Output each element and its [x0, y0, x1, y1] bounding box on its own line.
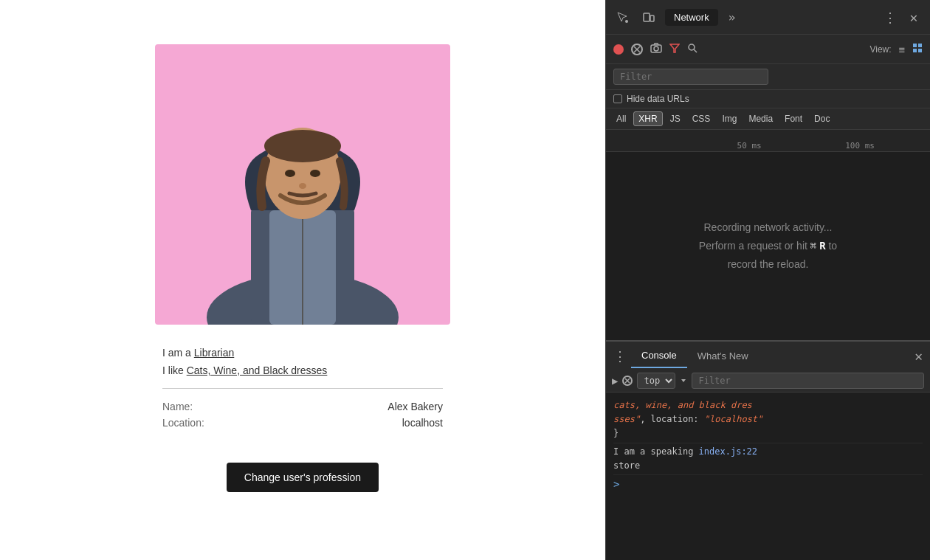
location-value: localhost [402, 417, 443, 429]
filter-input[interactable] [613, 69, 768, 85]
log-store: store [613, 460, 640, 471]
tab-xhr[interactable]: XHR [633, 111, 662, 126]
tab-css[interactable]: CSS [688, 112, 715, 125]
reload-key: R [819, 240, 825, 252]
context-select[interactable]: top [637, 373, 675, 389]
svg-rect-19 [918, 44, 922, 47]
profile-info: I am a Librarian I like Cats, Wine, and … [155, 347, 450, 433]
svg-point-16 [689, 44, 695, 50]
list-view-icon[interactable]: ≡ [899, 44, 905, 55]
context-dropdown-icon [680, 377, 687, 384]
hide-data-urls-label: Hide data URLs [627, 94, 689, 104]
console-filter-input[interactable] [692, 373, 924, 389]
profile-image-container [155, 44, 450, 325]
view-label: View: [869, 44, 891, 55]
devtools-toolbar: Network » ⋮ ✕ [606, 0, 930, 35]
tab-font[interactable]: Font [780, 112, 807, 125]
svg-rect-18 [913, 44, 917, 47]
search-icon[interactable] [687, 43, 698, 56]
devtools-menu-button[interactable]: ⋮ [884, 10, 898, 25]
cmd-symbol: ⌘ [810, 240, 816, 252]
timeline-header: 50 ms 100 ms [606, 130, 930, 152]
divider [162, 388, 443, 389]
svg-rect-20 [913, 49, 917, 52]
console-log-1: cats, wine, and black dres sses", locati… [613, 397, 923, 443]
likes-prefix: I like [162, 364, 187, 376]
run-button[interactable]: ▶ [612, 375, 618, 387]
tab-img[interactable]: Img [717, 112, 741, 125]
svg-point-9 [625, 20, 628, 23]
timeline-mark-100: 100 ms [845, 141, 875, 151]
hide-data-urls-checkbox[interactable] [613, 94, 622, 103]
console-log-2: I am a speaking index.js:22 store [613, 443, 923, 475]
console-clear-button[interactable] [622, 376, 633, 386]
log-localhost: "localhost" [704, 414, 762, 424]
name-label: Name: [162, 401, 193, 412]
log-brace: } [613, 428, 619, 438]
profession-prefix: I am a [162, 347, 194, 359]
console-toolbar: ▶ top [606, 370, 930, 393]
svg-point-7 [310, 170, 320, 177]
filter-icon[interactable] [669, 43, 680, 56]
console-header: ⋮ Console What's New ✕ [606, 340, 930, 370]
name-row: Name: Alex Bakery [162, 401, 443, 412]
clear-button[interactable] [631, 44, 643, 55]
console-prompt[interactable]: > [613, 475, 923, 493]
tab-all[interactable]: All [612, 112, 630, 125]
log-location: , location: [640, 414, 704, 424]
console-menu-button[interactable]: ⋮ [613, 348, 631, 364]
tab-js[interactable]: JS [666, 112, 685, 125]
name-value: Alex Bakery [388, 401, 443, 412]
log-speaking-prefix: I am a speaking [613, 446, 699, 457]
timeline-mark-50: 50 ms [737, 141, 762, 151]
location-row: Location: localhost [162, 417, 443, 429]
network-subtoolbar: View: ≡ [606, 35, 930, 64]
record-button[interactable] [613, 44, 624, 55]
svg-rect-21 [918, 49, 922, 52]
tab-media[interactable]: Media [744, 112, 777, 125]
svg-point-8 [299, 183, 306, 189]
tab-doc[interactable]: Doc [810, 112, 834, 125]
network-tab[interactable]: Network [665, 9, 718, 26]
console-close-button[interactable]: ✕ [914, 348, 923, 364]
camera-icon[interactable] [650, 43, 662, 56]
svg-rect-11 [650, 15, 654, 21]
svg-line-17 [694, 49, 697, 52]
request-hint: Perform a request or hit ⌘ R to [699, 237, 837, 255]
profession-value: Librarian [194, 347, 234, 359]
hide-urls-row: Hide data URLs [606, 90, 930, 108]
likes-value: Cats, Wine, and Black dresses [187, 364, 328, 376]
location-label: Location: [162, 417, 204, 429]
profession-line: I am a Librarian [162, 347, 443, 359]
change-profession-button[interactable]: Change user's profession [227, 463, 379, 492]
likes-line: I like Cats, Wine, and Black dresses [162, 364, 443, 376]
devtools-panel: Network » ⋮ ✕ View: ≡ Hide data URLs [605, 0, 930, 560]
svg-point-15 [654, 46, 658, 51]
console-tab[interactable]: Console [631, 344, 687, 368]
whats-new-tab[interactable]: What's New [687, 345, 759, 367]
record-reload-text: record the reload. [728, 255, 809, 274]
svg-point-5 [264, 130, 341, 162]
console-link-index[interactable]: index.js:22 [699, 446, 757, 457]
inspect-element-button[interactable] [612, 7, 633, 27]
profile-card: I am a Librarian I like Cats, Wine, and … [148, 44, 458, 492]
network-empty-state: Recording network activity... Perform a … [606, 152, 930, 340]
svg-point-6 [285, 170, 295, 177]
svg-rect-10 [644, 13, 650, 21]
console-output: cats, wine, and black dres sses", locati… [606, 393, 930, 560]
type-filter-tabs: All XHR JS CSS Img Media Font Doc [606, 108, 930, 130]
recording-text: Recording network activity... [703, 218, 832, 237]
device-mode-button[interactable] [638, 7, 659, 27]
grid-view-icon[interactable] [912, 43, 923, 55]
log-cats: cats, wine, and black dres [613, 400, 752, 410]
filter-bar [606, 64, 930, 90]
devtools-close-button[interactable]: ✕ [903, 7, 924, 27]
log-sses: sses" [613, 414, 640, 424]
main-content: I am a Librarian I like Cats, Wine, and … [0, 0, 605, 560]
more-tabs-button[interactable]: » [724, 9, 740, 26]
